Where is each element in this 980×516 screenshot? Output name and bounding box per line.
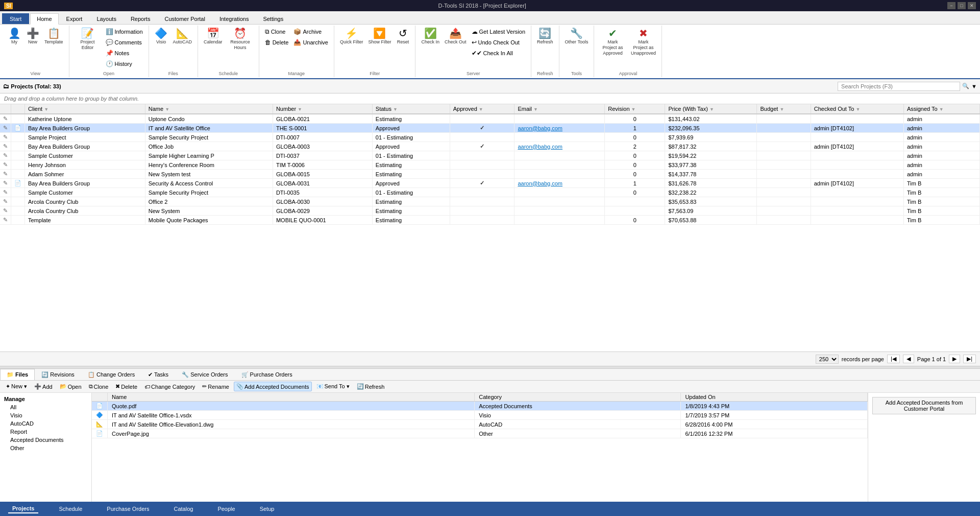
quick-filter-button[interactable]: ⚡ Quick Filter xyxy=(337,27,366,46)
table-row[interactable]: ✎ Template Mobile Quote Packages MOBILE … xyxy=(0,216,980,225)
list-item[interactable]: 🔷 IT and AV Satellite Office-1.vsdx Visi… xyxy=(92,411,868,420)
minimize-button[interactable]: − xyxy=(947,2,955,9)
projects-table-container[interactable]: Client ▼ Name ▼ Number ▼ Status ▼ Approv… xyxy=(0,104,980,351)
row-email[interactable]: aaron@babg.com xyxy=(514,179,605,188)
table-row[interactable]: ✎ Katherine Uptone Uptone Condo GLOBA-00… xyxy=(0,114,980,124)
col-price[interactable]: Price (With Tax) ▼ xyxy=(665,104,757,114)
first-page-button[interactable]: |◀ xyxy=(887,355,900,363)
expand-icon[interactable]: ▼ xyxy=(971,83,977,89)
check-out-button[interactable]: 📤 Check Out xyxy=(442,27,469,46)
close-button[interactable]: ✕ xyxy=(968,2,976,9)
my-button[interactable]: 👤 My xyxy=(5,27,23,46)
check-in-button[interactable]: ✅ Check In xyxy=(419,27,442,46)
refresh-button[interactable]: 🔄 Refresh xyxy=(534,27,556,46)
col-checked-out[interactable]: Checked Out To ▼ xyxy=(811,104,903,114)
archive-button[interactable]: 📦 Archive xyxy=(291,27,331,37)
tab-settings[interactable]: Settings xyxy=(256,13,290,24)
search-icon[interactable]: 🔍 xyxy=(962,83,969,89)
status-people[interactable]: People xyxy=(213,505,239,513)
tab-purchase-orders[interactable]: 🛒 Purchase Orders xyxy=(235,369,299,380)
tab-change-orders[interactable]: 📋 Change Orders xyxy=(81,369,141,380)
tree-autocad[interactable]: AutoCAD xyxy=(2,419,89,428)
project-editor-button[interactable]: 📝 Project Editor xyxy=(72,27,103,52)
unarchive-button[interactable]: 📤 Unarchive xyxy=(291,37,331,48)
table-row[interactable]: ✎ Arcola Country Club New System GLOBA-0… xyxy=(0,206,980,216)
next-page-button[interactable]: ▶ xyxy=(949,355,960,363)
col-budget[interactable]: Budget ▼ xyxy=(757,104,811,114)
other-tools-button[interactable]: 🔧 Other Tools xyxy=(562,27,591,46)
search-input[interactable] xyxy=(838,82,960,91)
col-client[interactable]: Client ▼ xyxy=(25,104,145,114)
tree-report[interactable]: Report xyxy=(2,428,89,436)
row-email[interactable] xyxy=(514,188,605,197)
list-item[interactable]: 📄 CoverPage.jpg Other 6/1/2016 12:32 PM xyxy=(92,429,868,438)
files-send-to-button[interactable]: 📧 Send To ▾ xyxy=(314,382,352,391)
files-change-category-button[interactable]: 🏷 Change Category xyxy=(142,382,198,391)
files-col-name[interactable]: Name xyxy=(108,393,475,402)
files-new-button[interactable]: ✦ New ▾ xyxy=(3,382,30,391)
files-open-button[interactable]: 📂 Open xyxy=(57,382,84,391)
row-email[interactable] xyxy=(514,114,605,124)
tab-files[interactable]: 📁 Files xyxy=(0,369,35,380)
tree-accepted-docs[interactable]: Accepted Documents xyxy=(2,436,89,444)
status-schedule[interactable]: Schedule xyxy=(55,505,86,513)
add-accepted-docs-from-portal-button[interactable]: Add Accepted Documents from Customer Por… xyxy=(872,397,976,414)
tab-integrations[interactable]: Integrations xyxy=(213,13,255,24)
files-col-category[interactable]: Category xyxy=(475,393,681,402)
comments-button[interactable]: 💬 Comments xyxy=(103,37,145,48)
information-button[interactable]: ℹ️ Information xyxy=(103,27,145,37)
table-row[interactable]: ✎ 📄 Bay Area Builders Group Security & A… xyxy=(0,179,980,188)
status-catalog[interactable]: Catalog xyxy=(169,505,197,513)
last-page-button[interactable]: ▶| xyxy=(963,355,976,363)
table-row[interactable]: ✎ Adam Sohmer New System test GLOBA-0015… xyxy=(0,170,980,179)
files-col-updated[interactable]: Updated On xyxy=(681,393,868,402)
files-rename-button[interactable]: ✏ Rename xyxy=(200,382,232,391)
col-email[interactable]: Email ▼ xyxy=(514,104,605,114)
add-accepted-docs-button[interactable]: 📎 Add Accepted Documents xyxy=(234,382,312,391)
row-email[interactable] xyxy=(514,216,605,225)
col-number[interactable]: Number ▼ xyxy=(273,104,372,114)
maximize-button[interactable]: □ xyxy=(958,2,966,9)
show-filter-button[interactable]: 🔽 Show Filter xyxy=(365,27,394,46)
files-add-button[interactable]: ➕ Add xyxy=(32,382,55,391)
clone-button[interactable]: ⧉ Clone xyxy=(262,27,291,37)
delete-button[interactable]: 🗑 Delete xyxy=(262,37,291,48)
undo-check-out-button[interactable]: ↩ Undo Check Out xyxy=(469,37,528,48)
status-setup[interactable]: Setup xyxy=(256,505,279,513)
list-item[interactable]: 📄 Quote.pdf Accepted Documents 1/8/2019 … xyxy=(92,402,868,411)
new-button[interactable]: ➕ New xyxy=(23,27,42,46)
files-delete-button[interactable]: ✖ Delete xyxy=(113,382,140,391)
tab-customer-portal[interactable]: Customer Portal xyxy=(158,13,211,24)
tab-revisions[interactable]: 🔄 Revisions xyxy=(35,369,81,380)
tree-visio[interactable]: Visio xyxy=(2,411,89,419)
tab-service-orders[interactable]: 🔧 Service Orders xyxy=(175,369,234,380)
table-row[interactable]: ✎ Sample Customer Sample Security Projec… xyxy=(0,188,980,197)
row-email[interactable] xyxy=(514,206,605,216)
resource-hours-button[interactable]: ⏰ Resource Hours xyxy=(225,27,256,52)
col-assigned[interactable]: Assigned To ▼ xyxy=(903,104,979,114)
tab-reports[interactable]: Reports xyxy=(124,13,157,24)
status-projects[interactable]: Projects xyxy=(8,504,38,513)
reset-button[interactable]: ↺ Reset xyxy=(394,27,412,46)
per-page-select[interactable]: 250 100 500 xyxy=(816,355,839,364)
tab-start[interactable]: Start xyxy=(2,13,29,24)
row-email[interactable]: aaron@babg.com xyxy=(514,124,605,133)
tab-home[interactable]: Home xyxy=(30,13,58,25)
col-approved[interactable]: Approved ▼ xyxy=(450,104,514,114)
row-email[interactable] xyxy=(514,170,605,179)
row-email[interactable]: aaron@babg.com xyxy=(514,142,605,151)
visio-button[interactable]: 🔷 Visio xyxy=(152,27,170,46)
tab-export[interactable]: Export xyxy=(60,13,89,24)
table-row[interactable]: ✎ Sample Customer Sample Higher Learning… xyxy=(0,151,980,160)
calendar-button[interactable]: 📅 Calendar xyxy=(201,27,225,46)
check-in-all-button[interactable]: ✔✔ Check In All xyxy=(469,48,528,58)
row-email[interactable] xyxy=(514,151,605,160)
tree-all[interactable]: All xyxy=(2,403,89,411)
notes-button[interactable]: 📌 Notes xyxy=(103,48,145,58)
col-name[interactable]: Name ▼ xyxy=(145,104,273,114)
row-email[interactable] xyxy=(514,133,605,142)
status-purchase-orders[interactable]: Purchase Orders xyxy=(103,505,153,513)
col-revision[interactable]: Revision ▼ xyxy=(605,104,665,114)
template-button[interactable]: 📋 Template xyxy=(42,27,66,46)
history-button[interactable]: 🕐 History xyxy=(103,59,145,69)
